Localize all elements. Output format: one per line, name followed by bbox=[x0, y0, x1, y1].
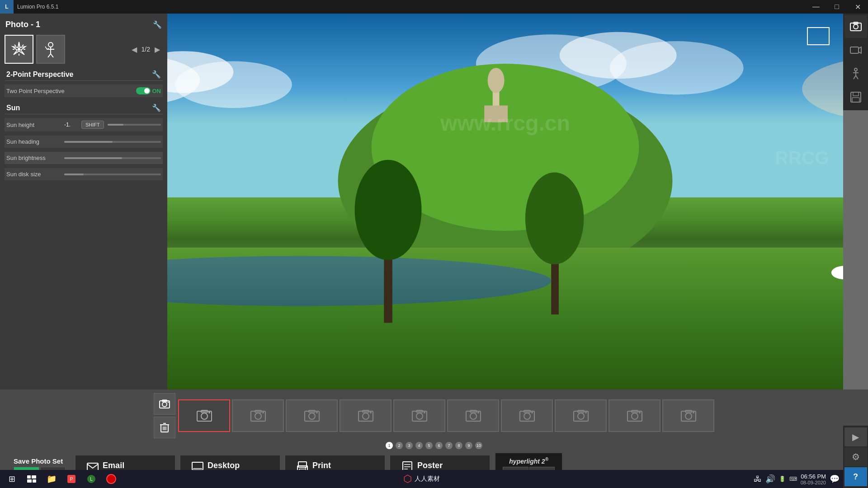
svg-point-78 bbox=[424, 412, 425, 413]
thumbnail-4[interactable] bbox=[340, 399, 392, 432]
sun-brightness-row: Sun brightness bbox=[5, 152, 163, 164]
file-explorer-button[interactable]: 📁 bbox=[43, 471, 60, 487]
svg-point-84 bbox=[524, 413, 530, 419]
taskview-button[interactable] bbox=[24, 471, 40, 487]
save-scene-button[interactable] bbox=[844, 86, 867, 108]
sun-brightness-slider[interactable] bbox=[64, 157, 161, 159]
hyperlight-logo: hyperlight 2® bbox=[509, 457, 548, 465]
page-dot-2[interactable]: 2 bbox=[396, 442, 403, 449]
titlebar: L Lumion Pro 6.5.1 — □ ✕ bbox=[0, 0, 868, 14]
play-button[interactable]: ▶ bbox=[844, 427, 867, 446]
start-button[interactable]: ⊞ bbox=[4, 471, 20, 487]
style-btn-sparkle[interactable] bbox=[5, 35, 33, 64]
clock-date: 08-09-2020 bbox=[801, 480, 826, 485]
thumbnail-6[interactable] bbox=[447, 399, 499, 432]
delete-camera-button[interactable] bbox=[154, 417, 175, 438]
add-camera-button[interactable] bbox=[154, 393, 175, 415]
svg-rect-127 bbox=[33, 479, 36, 483]
svg-point-52 bbox=[168, 402, 169, 403]
sun-disk-row: Sun disk size bbox=[5, 168, 163, 181]
settings-button[interactable]: ⚙ bbox=[844, 447, 867, 466]
svg-point-0 bbox=[18, 48, 20, 51]
thumbnail-10[interactable] bbox=[662, 399, 714, 432]
page-dot-5[interactable]: 5 bbox=[425, 442, 433, 449]
svg-line-12 bbox=[48, 54, 51, 57]
volume-icon: 🔊 bbox=[765, 474, 775, 484]
svg-point-64 bbox=[255, 413, 261, 419]
thumbnail-1[interactable] bbox=[178, 399, 230, 432]
perspective-toggle[interactable]: ON bbox=[136, 87, 161, 94]
page-dot-7[interactable]: 7 bbox=[445, 442, 453, 449]
notification-icon[interactable]: 💬 bbox=[830, 474, 840, 484]
sun-disk-fill bbox=[64, 174, 84, 175]
taskbar-center: ⬡ 人人素材 bbox=[403, 473, 440, 485]
svg-point-72 bbox=[363, 413, 369, 419]
minimize-button[interactable]: — bbox=[806, 0, 826, 14]
app-icon-letter: L bbox=[5, 4, 8, 10]
svg-point-68 bbox=[309, 413, 315, 419]
record-button[interactable] bbox=[103, 471, 119, 487]
walk-mode-button[interactable] bbox=[844, 62, 867, 85]
page-dot-3[interactable]: 3 bbox=[406, 442, 413, 449]
top-section: Photo - 1 🔧 bbox=[0, 14, 868, 389]
scene-svg: www.rrcg.cn RRCG RRCG bbox=[167, 14, 843, 389]
svg-point-80 bbox=[470, 413, 476, 419]
desktop-label: Desktop bbox=[208, 461, 240, 470]
photo-header: Photo - 1 🔧 bbox=[5, 18, 163, 31]
svg-point-17 bbox=[175, 61, 292, 108]
sun-settings-icon[interactable]: 🔧 bbox=[152, 103, 161, 112]
toggle-state: ON bbox=[152, 88, 161, 94]
sun-disk-label: Sun disk size bbox=[6, 171, 61, 178]
preview-area: www.rrcg.cn RRCG RRCG bbox=[167, 14, 843, 389]
svg-point-9 bbox=[48, 42, 53, 47]
thumbnail-5[interactable] bbox=[393, 399, 445, 432]
clock-time: 06:56 PM bbox=[801, 473, 826, 480]
shift-badge[interactable]: SHIFT bbox=[81, 121, 104, 129]
email-label: Email bbox=[103, 461, 124, 470]
app-button-1[interactable]: P bbox=[63, 471, 80, 487]
taskbar-logo-icon: ⬡ bbox=[403, 473, 412, 485]
photo-settings-icon[interactable]: 🔧 bbox=[153, 20, 162, 29]
style-btn-person[interactable] bbox=[36, 35, 65, 64]
close-button[interactable]: ✕ bbox=[847, 0, 868, 14]
svg-line-119 bbox=[854, 75, 856, 79]
prev-style-button[interactable]: ◀ bbox=[129, 44, 140, 55]
svg-point-60 bbox=[201, 413, 208, 419]
maximize-button[interactable]: □ bbox=[826, 0, 847, 14]
svg-point-116 bbox=[854, 68, 857, 71]
sun-height-value: -1. bbox=[64, 122, 78, 128]
svg-point-88 bbox=[578, 413, 584, 419]
page-dot-8[interactable]: 8 bbox=[455, 442, 462, 449]
photo-mode-button[interactable] bbox=[844, 15, 867, 38]
thumbnail-7[interactable] bbox=[501, 399, 553, 432]
video-mode-button[interactable] bbox=[844, 39, 867, 61]
svg-point-96 bbox=[685, 413, 692, 419]
svg-line-7 bbox=[22, 45, 24, 46]
thumbnail-3[interactable] bbox=[286, 399, 338, 432]
thumbnail-2[interactable] bbox=[232, 399, 284, 432]
svg-point-20 bbox=[610, 41, 744, 94]
page-dot-6[interactable]: 6 bbox=[435, 442, 443, 449]
sun-disk-slider[interactable] bbox=[64, 174, 161, 175]
page-dot-10[interactable]: 10 bbox=[475, 442, 482, 449]
toggle-indicator bbox=[136, 87, 151, 94]
help-button[interactable]: ? bbox=[844, 467, 867, 486]
thumbnail-8[interactable] bbox=[555, 399, 607, 432]
next-style-button[interactable]: ▶ bbox=[152, 44, 163, 55]
page-dot-4[interactable]: 4 bbox=[415, 442, 423, 449]
svg-point-43 bbox=[355, 160, 422, 260]
thumbnail-9[interactable] bbox=[609, 399, 660, 432]
app-button-2[interactable]: L bbox=[83, 471, 99, 487]
sun-heading-label: Sun heading bbox=[6, 138, 61, 145]
page-dot-9[interactable]: 9 bbox=[465, 442, 472, 449]
page-dot-1[interactable]: 1 bbox=[386, 442, 393, 449]
right-bottom-controls: ▶ ⚙ ? bbox=[843, 426, 868, 488]
perspective-settings-icon[interactable]: 🔧 bbox=[152, 70, 161, 79]
sun-height-slider[interactable] bbox=[108, 124, 161, 126]
cam-tools bbox=[154, 393, 175, 438]
sun-heading-slider[interactable] bbox=[64, 141, 161, 143]
svg-rect-124 bbox=[27, 475, 31, 479]
system-clock: 06:56 PM 08-09-2020 bbox=[801, 473, 826, 485]
svg-point-70 bbox=[316, 412, 318, 413]
battery-icon: 🔋 bbox=[779, 476, 786, 482]
